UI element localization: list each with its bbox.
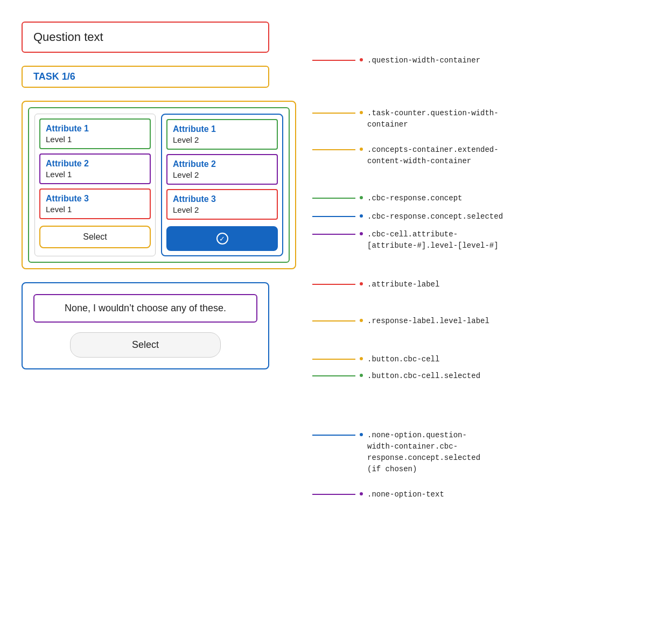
none-option-inner: None, I wouldn’t choose any of these. [33,294,257,323]
annotation-text-cbc-selected: .cbc-response.concept.selected [367,211,503,222]
cbc-cell-attr-3-concept-1: Attribute 3 Level 1 [39,188,151,219]
annotation-text-none-text: .none-option-text [367,489,444,500]
none-option-container: None, I wouldn’t choose any of these. Se… [22,282,269,369]
attribute-label-2-c2: Attribute 2 [173,159,271,169]
annotation-text-concepts: .concepts-container.extended-content-wid… [367,144,499,167]
annotation-text-level-label: .response-label.level-label [367,316,489,327]
cbc-cell-attr-3-concept-2: Attribute 3 Level 2 [166,189,278,220]
checkmark-icon: ✓ [216,233,228,244]
select-button-none[interactable]: Select [70,332,221,358]
attribute-label-1-c2: Attribute 1 [173,124,271,134]
question-text: Question text [33,30,103,44]
attribute-label-1-c1: Attribute 1 [46,124,144,134]
none-option-text: None, I wouldn’t choose any of these. [45,303,246,314]
select-button-concept-2-selected[interactable]: ✓ [166,226,278,251]
annotation-cbc-selected: .cbc-response.concept.selected [312,211,503,222]
annotation-none-option: .none-option.question-width-container.cb… [312,430,480,475]
annotation-concepts-container: .concepts-container.extended-content-wid… [312,144,499,167]
concepts-container: Attribute 1 Level 1 Attribute 2 Level 1 … [22,101,296,269]
attribute-label-2-c1: Attribute 2 [46,159,144,169]
annotation-text-attr-label: .attribute-label [367,279,439,290]
select-button-concept-1[interactable]: Select [39,226,151,248]
annotation-button-selected: .button.cbc-cell.selected [312,371,480,382]
annotation-text-button-cbc: .button.cbc-cell [367,354,439,365]
cbc-cell-attr-2-concept-1: Attribute 2 Level 1 [39,153,151,184]
task-counter-label: TASK 1/6 [33,71,75,82]
annotation-button-cbc: .button.cbc-cell [312,354,439,365]
annotation-cbc-response: .cbc-response.concept [312,193,462,204]
annotation-level-label: .response-label.level-label [312,316,489,327]
annotation-text-question: .question-width-container [367,55,480,66]
annotation-cbc-cell: .cbc-cell.attribute-[attribute-#].level-… [312,229,499,251]
annotation-text-cbc-cell: .cbc-cell.attribute-[attribute-#].level-… [367,229,499,251]
level-label-1-c2: Level 2 [173,135,271,144]
concept-col-2: Attribute 1 Level 2 Attribute 2 Level 2 … [161,114,283,256]
level-label-3-c1: Level 1 [46,205,144,214]
attribute-label-3-c1: Attribute 3 [46,194,144,204]
level-label-1-c1: Level 1 [46,135,144,144]
attribute-label-3-c2: Attribute 3 [173,194,271,204]
annotation-attr-label: .attribute-label [312,279,439,290]
concepts-inner: Attribute 1 Level 1 Attribute 2 Level 1 … [28,107,290,263]
level-label-2-c2: Level 2 [173,170,271,179]
cbc-cell-attr-1-concept-1: Attribute 1 Level 1 [39,118,151,149]
annotation-none-text: .none-option-text [312,489,444,500]
concept-col-1: Attribute 1 Level 1 Attribute 2 Level 1 … [34,114,156,256]
annotation-text-cbc-response: .cbc-response.concept [367,193,462,204]
annotation-text-none-option: .none-option.question-width-container.cb… [367,430,480,475]
annotation-text-task: .task-counter.question-width-container [367,108,499,130]
task-counter-box: TASK 1/6 [22,66,269,88]
level-label-3-c2: Level 2 [173,205,271,214]
level-label-2-c1: Level 1 [46,170,144,179]
cbc-cell-attr-2-concept-2: Attribute 2 Level 2 [166,154,278,185]
annotation-task-counter: .task-counter.question-width-container [312,108,499,130]
cbc-cell-attr-1-concept-2: Attribute 1 Level 2 [166,119,278,150]
question-text-box: Question text [22,22,269,53]
annotation-text-button-selected: .button.cbc-cell.selected [367,371,480,382]
annotation-question: .question-width-container [312,55,480,66]
